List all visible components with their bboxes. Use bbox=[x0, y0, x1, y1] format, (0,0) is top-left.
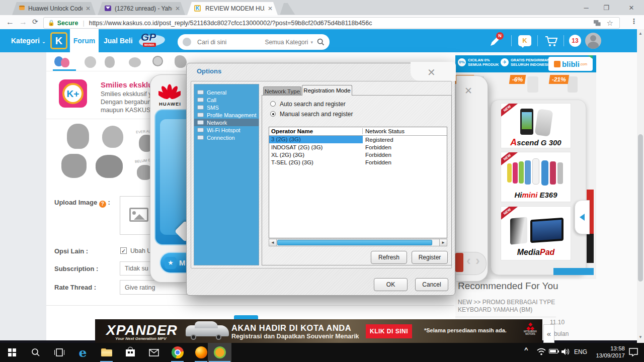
search-icon[interactable] bbox=[317, 38, 325, 46]
modem-prev-icon[interactable]: ‹ bbox=[466, 253, 471, 268]
search-input[interactable] bbox=[196, 38, 265, 46]
ad-card-ascend[interactable]: NEW Ascend G 300 bbox=[501, 103, 571, 148]
language-indicator[interactable]: ENG bbox=[574, 348, 587, 355]
kaskus-plus-icon[interactable]: K+ bbox=[59, 79, 87, 108]
url-box[interactable]: 🔒 Secure | https://www.kaskus.co.id/post… bbox=[43, 17, 620, 29]
forward-button[interactable]: → bbox=[19, 18, 27, 27]
bookmark-star-icon[interactable]: ☆ bbox=[607, 19, 613, 28]
browser-tab-1[interactable]: Huawei Unlock Code Cal ✕ bbox=[12, 2, 96, 15]
modem-red-button[interactable] bbox=[455, 253, 463, 272]
help-icon[interactable]: ? bbox=[99, 201, 106, 208]
smiley-tab[interactable] bbox=[152, 56, 163, 66]
speaker-icon[interactable] bbox=[561, 348, 570, 355]
tree-item-sms[interactable]: SMS bbox=[194, 104, 259, 111]
tab-network-type[interactable]: Network Type bbox=[263, 86, 301, 96]
search-category-dropdown[interactable]: Semua Kategori bbox=[265, 39, 308, 46]
store-button[interactable] bbox=[118, 343, 142, 362]
tree-item-wifi-hotspot[interactable]: Wi-Fi Hotspot bbox=[194, 126, 259, 134]
translate-icon[interactable] bbox=[594, 20, 601, 26]
smiley-tab[interactable] bbox=[105, 56, 115, 68]
create-post-pencil-icon[interactable]: N bbox=[489, 35, 502, 48]
ok-button[interactable]: OK bbox=[374, 278, 408, 291]
tab-close-icon[interactable]: ✕ bbox=[175, 5, 180, 12]
ad-card-himini[interactable]: NEW Himini E369 bbox=[501, 152, 571, 202]
browser-tab-3-active[interactable]: K REVIEW MODEM HUAWE ✕ bbox=[187, 2, 278, 15]
edge-button[interactable]: e bbox=[71, 343, 95, 362]
adchoices-icon[interactable] bbox=[588, 55, 593, 59]
action-center-icon[interactable] bbox=[629, 348, 638, 356]
smiley-tab-active[interactable] bbox=[54, 55, 71, 68]
ad-collapse-tab[interactable] bbox=[575, 200, 590, 234]
avatar[interactable] bbox=[585, 33, 601, 49]
cart-count-badge[interactable]: 13 bbox=[569, 35, 581, 47]
wifi-icon[interactable] bbox=[536, 347, 546, 355]
sticker-thumbnail[interactable] bbox=[67, 124, 89, 149]
sticker-thumbnail[interactable] bbox=[102, 126, 123, 148]
modem-app-button[interactable]: ★ M bbox=[159, 252, 188, 274]
xpander-banner[interactable]: XPANDER Your Next Generation MPV AKAN HA… bbox=[95, 319, 542, 343]
ubah-url-checkbox[interactable]: ✓ bbox=[120, 247, 127, 254]
banner-prev-button[interactable]: « bbox=[543, 324, 554, 343]
table-row[interactable]: XL (2G) (3G) Forbidden bbox=[269, 151, 447, 158]
radio-manual-search-selected[interactable] bbox=[270, 111, 276, 117]
tree-item-connection[interactable]: Connection bbox=[194, 134, 259, 141]
tree-item-network-selected[interactable]: Network bbox=[194, 119, 259, 126]
modem-close-icon[interactable]: ✕ bbox=[464, 85, 472, 97]
browser-tab-2[interactable]: (12762 unread) - Yahoo ✕ bbox=[98, 2, 185, 15]
dialog-close-icon[interactable]: ✕ bbox=[427, 66, 436, 78]
klik-di-sini-button[interactable]: KLIK DI SINI bbox=[366, 324, 412, 338]
modem-next-icon[interactable]: › bbox=[475, 253, 480, 268]
sticker-thumbnail[interactable] bbox=[61, 154, 87, 178]
ad-card-mediapad[interactable]: NEW MediaPad bbox=[501, 206, 571, 260]
nav-forum-active[interactable]: Forum bbox=[70, 29, 99, 52]
clock[interactable]: 13:58 13/09/2017 bbox=[592, 345, 625, 359]
smiley-tab[interactable] bbox=[175, 55, 187, 68]
start-button[interactable] bbox=[0, 343, 24, 362]
scroll-right-arrow[interactable]: ► bbox=[439, 239, 447, 246]
sticker-thumbnail[interactable] bbox=[96, 155, 123, 178]
back-button[interactable]: ← bbox=[6, 18, 14, 27]
radio-auto-search[interactable] bbox=[270, 101, 276, 107]
table-row[interactable]: INDOSAT (2G) (3G) Forbidden bbox=[269, 143, 447, 151]
col-network-status[interactable]: Network Status bbox=[363, 128, 405, 134]
smiley-tab[interactable] bbox=[85, 56, 96, 68]
kategori-menu[interactable]: Kategori ⌄ bbox=[11, 37, 46, 45]
kaskus-chat-icon[interactable]: K bbox=[518, 35, 531, 46]
cancel-button[interactable]: Cancel bbox=[415, 278, 448, 291]
gp-mania-logo[interactable]: GP MANIA bbox=[136, 31, 168, 50]
scroll-up-arrow[interactable]: ▲ bbox=[638, 31, 642, 36]
scroll-left-arrow[interactable]: ◄ bbox=[269, 239, 277, 246]
recommended-item[interactable]: NEW >> PROMO BERBAGAI TYPE KEYBOARD YAMA… bbox=[458, 299, 574, 314]
browser-menu-icon[interactable]: ⋮ bbox=[630, 17, 637, 25]
tree-item-general[interactable]: General bbox=[194, 88, 259, 96]
tree-item-call[interactable]: Call bbox=[194, 96, 259, 104]
file-explorer-button[interactable] bbox=[95, 343, 118, 362]
register-button[interactable]: Register bbox=[412, 251, 448, 264]
tray-expand-chevron[interactable]: ^ bbox=[524, 346, 528, 353]
tab-close-icon[interactable]: ✕ bbox=[268, 5, 273, 12]
cart-icon[interactable] bbox=[544, 35, 558, 47]
site-search-bar[interactable]: Semua Kategori ▾ bbox=[178, 34, 330, 50]
col-operator-name[interactable]: Operator Name bbox=[269, 128, 363, 134]
tree-item-profile-management[interactable]: Profile Management bbox=[194, 111, 259, 119]
taskbar-search-button[interactable] bbox=[24, 343, 47, 362]
nav-jual-beli[interactable]: Jual Beli bbox=[104, 37, 133, 45]
mail-button[interactable] bbox=[142, 343, 166, 362]
smiley-tab[interactable] bbox=[129, 57, 141, 67]
mobile-partner-button-active[interactable] bbox=[208, 343, 231, 362]
tab-close-icon[interactable]: ✕ bbox=[86, 5, 91, 12]
tab-registration-mode-active[interactable]: Registration Mode bbox=[302, 85, 352, 96]
table-row[interactable]: T-SEL (2G) (3G) Forbidden bbox=[269, 158, 447, 166]
table-row-selected[interactable]: 3 (2G) (3G) Registered bbox=[269, 136, 447, 143]
refresh-button[interactable]: ⟳ bbox=[32, 18, 38, 26]
window-minimize-button[interactable]: ─ bbox=[579, 3, 594, 13]
window-close-button[interactable]: ✕ bbox=[624, 3, 639, 13]
scroll-down-arrow[interactable]: ▼ bbox=[638, 335, 642, 339]
scrollbar-thumb[interactable] bbox=[277, 240, 432, 245]
refresh-button[interactable]: Refresh bbox=[371, 251, 407, 264]
chrome-button[interactable] bbox=[166, 343, 189, 362]
battery-icon[interactable] bbox=[549, 349, 558, 353]
task-view-button[interactable] bbox=[47, 343, 71, 362]
window-restore-button[interactable]: ❐ bbox=[599, 3, 614, 13]
kaskus-logo[interactable]: K bbox=[50, 32, 67, 49]
